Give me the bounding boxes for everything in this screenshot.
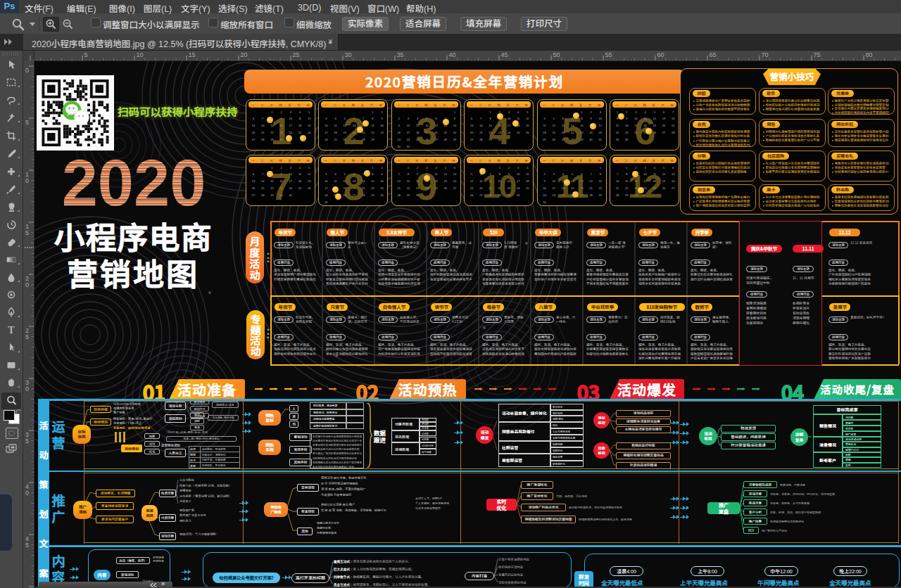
svg-text:0: 0	[25, 385, 29, 392]
svg-text:5: 5	[25, 119, 29, 126]
svg-text:75: 75	[814, 51, 821, 58]
svg-text:15: 15	[189, 51, 196, 58]
svg-text:70: 70	[762, 51, 769, 58]
svg-text:55: 55	[605, 51, 612, 58]
svg-text:60: 60	[657, 51, 664, 58]
svg-text:30: 30	[345, 51, 352, 58]
svg-text:0: 0	[25, 177, 29, 184]
svg-text:5: 5	[84, 51, 88, 58]
svg-text:80: 80	[866, 51, 873, 58]
svg-text:45: 45	[501, 51, 508, 58]
svg-text:0: 0	[25, 67, 29, 74]
svg-text:5: 5	[25, 437, 29, 445]
svg-text:T: T	[8, 325, 15, 335]
svg-text:0: 0	[25, 490, 29, 497]
svg-text:50: 50	[553, 51, 560, 58]
svg-text:65: 65	[710, 51, 717, 58]
svg-text:35: 35	[397, 51, 404, 58]
svg-text:5: 5	[25, 542, 29, 549]
svg-text:5: 5	[25, 229, 29, 236]
svg-text:20: 20	[241, 51, 248, 58]
svg-text:40: 40	[449, 51, 456, 58]
svg-text:25: 25	[293, 51, 300, 58]
svg-text:0: 0	[25, 281, 29, 288]
svg-text:5: 5	[25, 333, 29, 340]
svg-text:10: 10	[137, 51, 144, 58]
